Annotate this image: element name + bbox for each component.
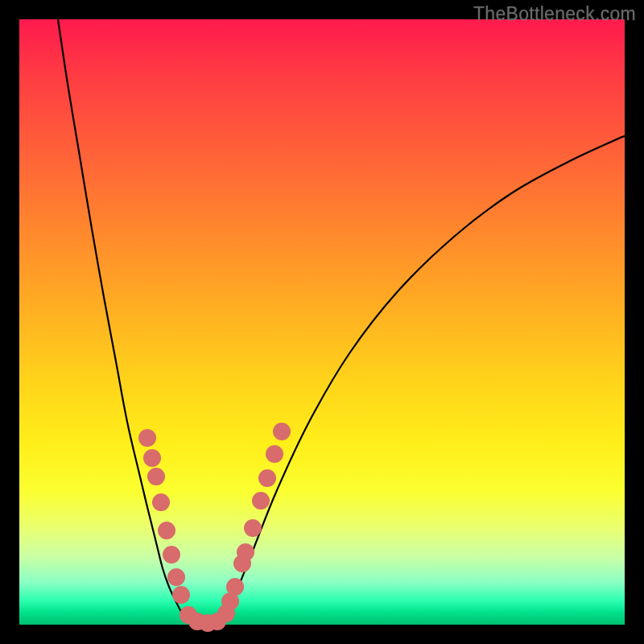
scatter-dot xyxy=(158,522,175,539)
curve-right-branch xyxy=(221,136,625,620)
scatter-dot xyxy=(167,568,185,586)
scatter-dot xyxy=(258,469,276,487)
scatter-dot xyxy=(252,492,270,510)
scatter-dot xyxy=(273,423,291,440)
scatter-dot xyxy=(147,468,165,485)
scatter-dots xyxy=(138,423,291,632)
scatter-dot xyxy=(244,519,262,537)
scatter-dot xyxy=(237,543,254,561)
scatter-dot xyxy=(143,449,161,467)
curve-plot xyxy=(19,19,625,625)
scatter-dot xyxy=(226,578,244,596)
scatter-dot xyxy=(152,493,170,511)
scatter-dot xyxy=(172,586,190,604)
scatter-dot xyxy=(266,445,283,463)
scatter-dot xyxy=(163,546,180,564)
scatter-dot xyxy=(138,429,156,447)
